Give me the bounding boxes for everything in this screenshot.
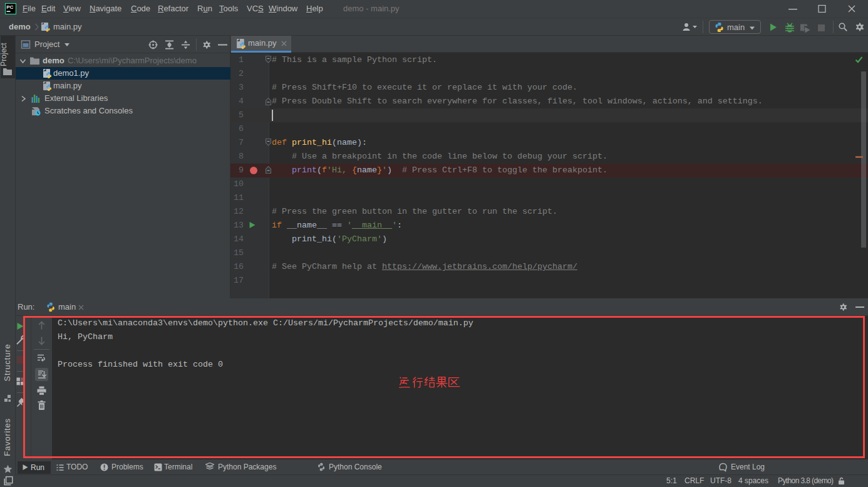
svg-text:PC: PC: [6, 4, 13, 10]
